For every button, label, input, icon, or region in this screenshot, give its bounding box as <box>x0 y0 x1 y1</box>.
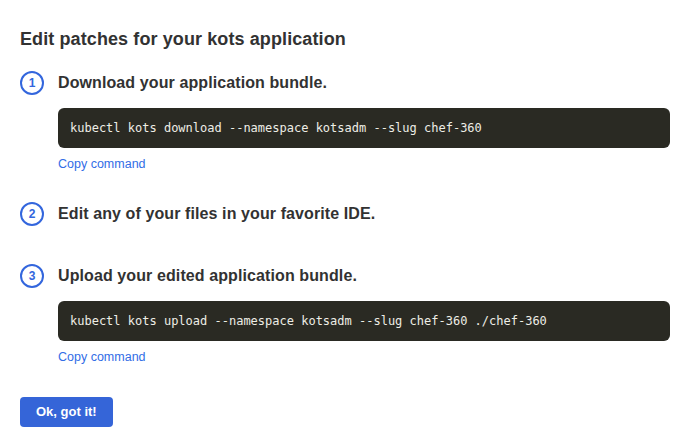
download-command-snippet: kubectl kots download --namespace kotsad… <box>58 108 670 148</box>
download-command-text: kubectl kots download --namespace kotsad… <box>70 121 482 135</box>
step-2-badge: 2 <box>20 202 44 226</box>
ok-got-it-button[interactable]: Ok, got it! <box>20 397 113 427</box>
copy-download-command-link[interactable]: Copy command <box>58 157 146 171</box>
edit-patches-panel: Edit patches for your kots application 1… <box>0 0 690 427</box>
step-1-row: 1 Download your application bundle. <box>20 71 670 95</box>
step-2-row: 2 Edit any of your files in your favorit… <box>20 202 670 226</box>
step-3-heading: Upload your edited application bundle. <box>58 267 357 285</box>
step-2-heading: Edit any of your files in your favorite … <box>58 205 375 223</box>
step-1-heading: Download your application bundle. <box>58 74 327 92</box>
upload-command-text: kubectl kots upload --namespace kotsadm … <box>70 314 547 328</box>
page-title: Edit patches for your kots application <box>20 29 670 49</box>
step-3-number: 3 <box>29 270 36 282</box>
step-1-number: 1 <box>29 77 36 89</box>
step-3-row: 3 Upload your edited application bundle. <box>20 264 670 288</box>
copy-upload-command-link[interactable]: Copy command <box>58 350 146 364</box>
upload-command-snippet: kubectl kots upload --namespace kotsadm … <box>58 301 670 341</box>
step-3-badge: 3 <box>20 264 44 288</box>
step-1-badge: 1 <box>20 71 44 95</box>
step-2-number: 2 <box>29 208 36 220</box>
